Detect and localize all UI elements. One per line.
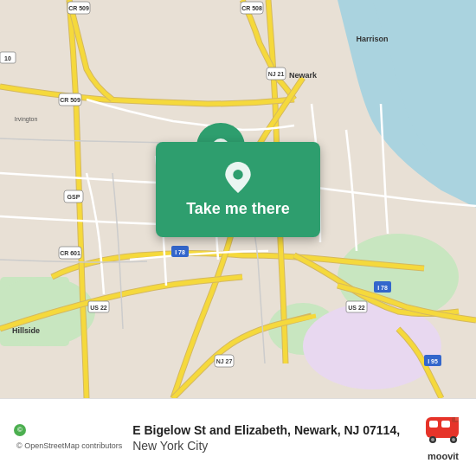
svg-text:GSP: GSP [68, 194, 80, 200]
svg-text:US 22: US 22 [90, 305, 107, 311]
cta-overlay: Take me there [156, 142, 320, 237]
moovit-logo: moovit [424, 414, 462, 461]
osm-attribution: © © OpenStreetMap contributors [14, 424, 122, 452]
harrison-label: Harrison [356, 35, 388, 43]
osm-logo-circle: © [14, 424, 26, 436]
address-line2: New York City [132, 439, 414, 453]
svg-text:Hillside: Hillside [12, 326, 40, 335]
cta-label: Take me there [186, 200, 290, 218]
location-pin-icon [222, 162, 254, 193]
svg-text:I 78: I 78 [377, 285, 388, 291]
take-me-there-button[interactable]: Take me there [156, 142, 320, 237]
svg-text:I 78: I 78 [175, 249, 185, 255]
svg-text:Newark: Newark [289, 71, 318, 80]
address-line1: E Bigelow St and Elizabeth, Newark, NJ 0… [132, 422, 414, 438]
svg-text:US 22: US 22 [348, 305, 365, 311]
svg-point-45 [431, 438, 434, 441]
svg-text:Irvington: Irvington [15, 116, 38, 123]
map-container: CR 509 CR 508 CR 509 GSP CR 601 NJ 21 NJ… [0, 0, 476, 398]
svg-text:NJ 27: NJ 27 [216, 358, 233, 364]
osm-text: © OpenStreetMap contributors [16, 441, 122, 450]
svg-text:NJ 21: NJ 21 [268, 71, 285, 77]
address-block: E Bigelow St and Elizabeth, Newark, NJ 0… [132, 422, 414, 452]
svg-text:I 95: I 95 [428, 358, 438, 364]
svg-text:CR 601: CR 601 [60, 250, 80, 256]
svg-point-46 [452, 438, 455, 441]
svg-point-39 [233, 170, 242, 179]
svg-text:CR 509: CR 509 [60, 97, 80, 103]
svg-rect-41 [429, 421, 438, 428]
svg-text:CR 508: CR 508 [241, 5, 262, 11]
moovit-icon [424, 414, 462, 447]
moovit-text: moovit [428, 451, 459, 461]
svg-text:10: 10 [4, 55, 11, 61]
svg-text:CR 509: CR 509 [68, 5, 89, 11]
svg-rect-42 [441, 421, 450, 428]
bottom-bar: © © OpenStreetMap contributors E Bigelow… [0, 398, 476, 476]
